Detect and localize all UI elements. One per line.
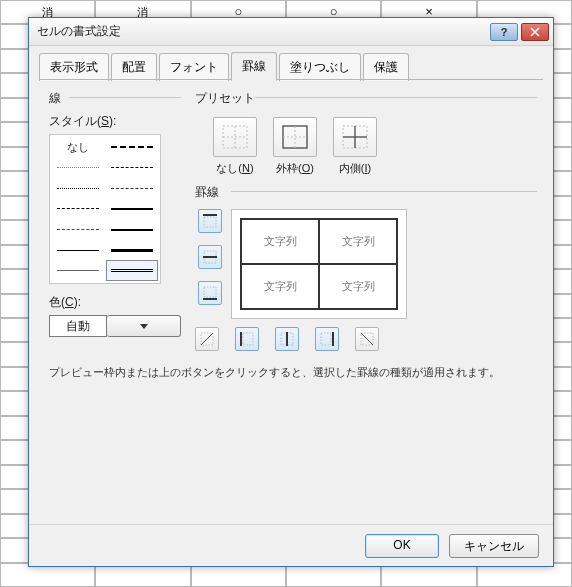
border-left-icon [239,331,255,347]
style-swatch[interactable] [107,200,157,219]
preset-outline-icon [281,124,309,150]
style-swatch[interactable] [53,241,103,260]
preview-cell: 文字列 [241,264,319,309]
titlebar[interactable]: セルの書式設定 ? [29,18,553,46]
style-swatch[interactable] [107,261,157,280]
preset-inside-icon [341,124,369,150]
ok-button[interactable]: OK [365,534,439,558]
color-dropdown-button[interactable] [107,315,181,337]
border-hmiddle-icon [202,249,218,265]
style-swatch[interactable] [53,159,103,178]
border-top-icon [202,213,218,229]
help-button[interactable]: ? [490,23,518,41]
style-swatch[interactable] [53,261,103,280]
svg-rect-13 [204,287,216,297]
preset-none[interactable]: なし(N) [213,117,257,176]
border-vmiddle-icon [279,331,295,347]
border-section-label: 罫線 [195,184,537,201]
svg-line-24 [361,333,373,345]
border-bottom-button[interactable] [198,281,222,305]
style-swatch[interactable] [107,220,157,239]
preset-outline[interactable]: 外枠(O) [273,117,317,176]
line-section-label: 線 [49,90,181,107]
border-hmiddle-button[interactable] [198,245,222,269]
chevron-down-icon [140,324,148,329]
border-pane: 線 スタイル(S): なし [29,80,553,390]
style-swatch[interactable] [53,200,103,219]
border-diag-down-button[interactable] [355,327,379,351]
style-swatch[interactable] [107,159,157,178]
color-select[interactable]: 自動 [49,315,181,337]
color-label: 色(C): [49,294,181,311]
style-swatch[interactable] [107,179,157,198]
border-diag-up-icon [199,331,215,347]
border-left-button[interactable] [235,327,259,351]
svg-rect-18 [243,333,253,345]
style-label: スタイル(S): [49,113,181,130]
style-swatch[interactable] [53,179,103,198]
preview-cell: 文字列 [241,219,319,264]
preset-section-label: プリセット [195,90,537,107]
border-vmiddle-button[interactable] [275,327,299,351]
border-top-button[interactable] [198,209,222,233]
style-swatch[interactable] [107,138,157,157]
close-button[interactable] [521,23,549,41]
tab-protection[interactable]: 保護 [363,53,409,81]
tab-border[interactable]: 罫線 [231,52,277,81]
border-diag-down-icon [359,331,375,347]
border-right-button[interactable] [315,327,339,351]
border-bottom-icon [202,285,218,301]
dialog-title: セルの書式設定 [37,23,487,40]
style-swatch[interactable] [107,241,157,260]
preset-none-icon [221,124,249,150]
cancel-button[interactable]: キャンセル [449,534,539,558]
dialog-footer: OK キャンセル [29,524,553,566]
description-text: プレビュー枠内または上のボタンをクリックすると、選択した罫線の種類が適用されます… [49,365,537,380]
svg-rect-21 [321,333,331,345]
format-cells-dialog: セルの書式設定 ? 表示形式 配置 フォント 罫線 塗りつぶし 保護 線 スタイ… [28,17,554,567]
tab-fill[interactable]: 塗りつぶし [279,53,361,81]
style-swatch[interactable] [53,220,103,239]
color-value: 自動 [49,315,107,337]
svg-line-16 [201,333,213,345]
tab-alignment[interactable]: 配置 [111,53,157,81]
border-diag-up-button[interactable] [195,327,219,351]
preview-cell: 文字列 [319,219,397,264]
preset-inside[interactable]: 内側(I) [333,117,377,176]
line-style-picker[interactable]: なし [49,134,161,284]
close-icon [530,27,540,37]
tab-font[interactable]: フォント [159,53,229,81]
style-none[interactable]: なし [53,138,103,157]
border-preview[interactable]: 文字列 文字列 文字列 文字列 [231,209,407,319]
tab-number[interactable]: 表示形式 [39,53,109,81]
tab-strip: 表示形式 配置 フォント 罫線 塗りつぶし 保護 [29,46,553,80]
preview-cell: 文字列 [319,264,397,309]
border-right-icon [319,331,335,347]
svg-rect-10 [204,217,216,227]
